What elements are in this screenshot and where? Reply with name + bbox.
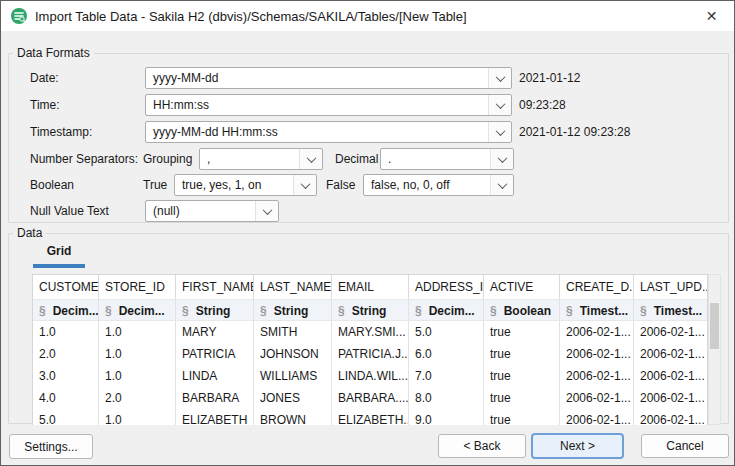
chevron-down-icon <box>495 72 505 82</box>
grid-cell[interactable]: 2006-02-1... <box>634 365 708 387</box>
grid-cell[interactable]: true <box>484 321 560 343</box>
date-format-value: yyyy-MM-dd <box>146 68 488 88</box>
column-type[interactable]: §Decim... <box>409 299 484 321</box>
date-label: Date: <box>30 67 59 89</box>
time-format-combo[interactable]: HH:mm:ss <box>145 94 512 116</box>
grid-cell[interactable]: true <box>484 409 560 425</box>
column-type[interactable]: §String <box>254 299 332 321</box>
grid-cell[interactable]: 2006-02-1... <box>560 343 634 365</box>
column-header[interactable]: EMAIL <box>332 275 409 299</box>
null-value-dropdown-button[interactable] <box>255 201 278 221</box>
grid-cell[interactable]: true <box>484 387 560 409</box>
column-type[interactable]: §String <box>332 299 409 321</box>
column-header[interactable]: LAST_UPD... <box>634 275 708 299</box>
boolean-false-dropdown-button[interactable] <box>490 175 513 195</box>
grid-scrollbar-thumb[interactable] <box>710 303 719 349</box>
grid-cell[interactable]: BROWN <box>254 409 332 425</box>
grid-cell[interactable]: MARY <box>176 321 254 343</box>
grid-cell[interactable]: JOHNSON <box>254 343 332 365</box>
grid-cell[interactable]: ELIZABETH... <box>332 409 409 425</box>
grid-cell[interactable]: 2006-02-1... <box>634 343 708 365</box>
boolean-true-value: true, yes, 1, on <box>175 175 293 195</box>
date-format-combo[interactable]: yyyy-MM-dd <box>145 67 512 89</box>
grid-cell[interactable]: 2006-02-1... <box>634 409 708 425</box>
grid-cell[interactable]: MARY.SMI... <box>332 321 409 343</box>
timestamp-format-combo[interactable]: yyyy-MM-dd HH:mm:ss <box>145 121 512 143</box>
column-header[interactable]: LAST_NAME <box>254 275 332 299</box>
table-row: 4.02.0BARBARAJONESBARBARA....8.0true2006… <box>33 387 708 409</box>
time-format-dropdown-button[interactable] <box>488 95 511 115</box>
grid-cell[interactable]: 9.0 <box>409 409 484 425</box>
next-button[interactable]: Next > <box>531 433 624 459</box>
data-group: Data Grid CUSTOME...STORE_IDFIRST_NAMELA… <box>8 233 729 424</box>
date-format-dropdown-button[interactable] <box>488 68 511 88</box>
grid-cell[interactable]: WILLIAMS <box>254 365 332 387</box>
boolean-true-combo[interactable]: true, yes, 1, on <box>174 174 317 196</box>
column-type[interactable]: §Timest... <box>634 299 708 321</box>
cancel-button[interactable]: Cancel <box>641 434 729 458</box>
boolean-true-dropdown-button[interactable] <box>293 175 316 195</box>
grid-cell[interactable]: SMITH <box>254 321 332 343</box>
column-type[interactable]: §String <box>176 299 254 321</box>
grid-cell[interactable]: 2006-02-1... <box>634 387 708 409</box>
grouping-dropdown-button[interactable] <box>299 149 322 169</box>
tab-grid-active-indicator <box>33 264 85 268</box>
grid-cell[interactable]: 4.0 <box>33 387 99 409</box>
grid-cell[interactable]: PATRICIA <box>176 343 254 365</box>
number-separators-label: Number Separators: <box>30 148 138 170</box>
column-header[interactable]: FIRST_NAME <box>176 275 254 299</box>
grid-cell[interactable]: LINDA.WIL... <box>332 365 409 387</box>
grid-cell[interactable]: true <box>484 365 560 387</box>
column-header[interactable]: CREATE_D... <box>560 275 634 299</box>
timestamp-format-dropdown-button[interactable] <box>488 122 511 142</box>
column-type[interactable]: §Timest... <box>560 299 634 321</box>
column-type[interactable]: §Decim... <box>99 299 176 321</box>
null-value-combo[interactable]: (null) <box>145 200 279 222</box>
grid-cell[interactable]: 2.0 <box>33 343 99 365</box>
grid-cell[interactable]: true <box>484 343 560 365</box>
grid-cell[interactable]: 2006-02-1... <box>560 365 634 387</box>
grid-cell[interactable]: 2.0 <box>99 387 176 409</box>
grid-cell[interactable]: 1.0 <box>99 343 176 365</box>
settings-button[interactable]: Settings... <box>9 434 93 459</box>
column-type[interactable]: §Boolean <box>484 299 560 321</box>
grid-cell[interactable]: BARBARA <box>176 387 254 409</box>
grid-cell[interactable]: 1.0 <box>99 365 176 387</box>
grid-cell[interactable]: 5.0 <box>33 409 99 425</box>
column-type[interactable]: §Decim... <box>33 299 99 321</box>
boolean-row: Boolean True true, yes, 1, on False fals… <box>9 174 728 196</box>
grid-cell[interactable]: 3.0 <box>33 365 99 387</box>
column-header[interactable]: STORE_ID <box>99 275 176 299</box>
boolean-false-combo[interactable]: false, no, 0, off <box>363 174 514 196</box>
decimal-dropdown-button[interactable] <box>490 149 513 169</box>
column-header[interactable]: CUSTOME... <box>33 275 99 299</box>
grid-cell[interactable]: ELIZABETH <box>176 409 254 425</box>
grid-cell[interactable]: LINDA <box>176 365 254 387</box>
grid-cell[interactable]: 5.0 <box>409 321 484 343</box>
chevron-down-icon <box>262 205 272 215</box>
close-button[interactable]: ✕ <box>689 1 734 31</box>
column-header[interactable]: ADDRESS_ID <box>409 275 484 299</box>
tab-grid[interactable]: Grid <box>33 244 85 258</box>
grid-cell[interactable]: 8.0 <box>409 387 484 409</box>
boolean-false-label: False <box>326 174 355 196</box>
grid-vertical-scrollbar[interactable] <box>708 274 721 425</box>
boolean-false-value: false, no, 0, off <box>364 175 490 195</box>
grid-cell[interactable]: BARBARA.... <box>332 387 409 409</box>
back-button[interactable]: < Back <box>438 434 526 458</box>
grouping-separator-combo[interactable]: , <box>199 148 323 170</box>
grid-cell[interactable]: 6.0 <box>409 343 484 365</box>
grid-cell[interactable]: 2006-02-1... <box>560 321 634 343</box>
grid-cell[interactable]: 2006-02-1... <box>634 321 708 343</box>
grid-cell[interactable]: 1.0 <box>99 409 176 425</box>
grid-cell[interactable]: 1.0 <box>33 321 99 343</box>
decimal-separator-combo[interactable]: . <box>380 148 514 170</box>
grid-cell[interactable]: JONES <box>254 387 332 409</box>
grid-cell[interactable]: 1.0 <box>99 321 176 343</box>
column-header[interactable]: ACTIVE <box>484 275 560 299</box>
grid-cell[interactable]: 7.0 <box>409 365 484 387</box>
table-row: 2.01.0PATRICIAJOHNSONPATRICIA.J...6.0tru… <box>33 343 708 365</box>
grid-cell[interactable]: 2006-02-1... <box>560 409 634 425</box>
grid-cell[interactable]: 2006-02-1... <box>560 387 634 409</box>
grid-cell[interactable]: PATRICIA.J... <box>332 343 409 365</box>
